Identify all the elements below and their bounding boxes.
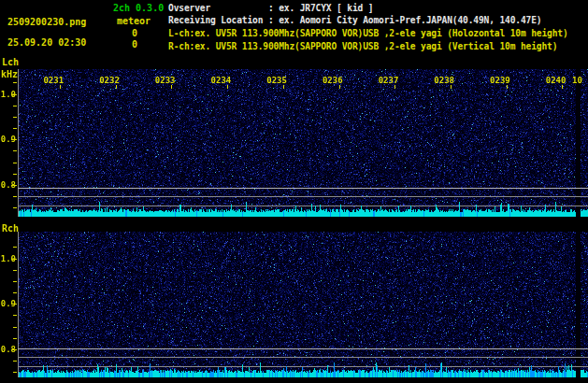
time-tick-label-partial: 10 [572, 76, 588, 85]
freq-minor-tick [13, 292, 17, 293]
freq-minor-tick [13, 372, 17, 373]
time-tick [283, 85, 284, 89]
freq-minor-tick [13, 247, 17, 248]
freq-minor-tick [13, 106, 17, 106]
time-tick [171, 85, 172, 89]
freq-major-tick [11, 94, 17, 95]
freq-minor-tick [13, 150, 17, 151]
time-tick [339, 85, 340, 89]
rch-rig-line: R-ch:ex. UV5R 113.900Mhz(SAPPORO VOR)USB… [168, 41, 557, 51]
freq-minor-tick [13, 281, 17, 282]
rch-spectrogram [18, 232, 588, 377]
time-tick-label: 0231 [40, 76, 66, 85]
freq-minor-tick [13, 338, 17, 339]
filename-label: 2509200230.png [7, 17, 86, 27]
freq-minor-tick [13, 196, 17, 197]
time-tick-label: 0237 [376, 76, 402, 85]
freq-major-tick [11, 139, 17, 140]
meteor-label: meteor [117, 16, 151, 26]
khz-unit-label: kHz [1, 69, 18, 79]
time-tick [451, 85, 452, 89]
freq-major-tick [11, 304, 17, 305]
lch-rig-line: L-ch:ex. UV5R 113.900Mhz(SAPPORO VOR)USB… [168, 28, 568, 38]
observer-line: Ovserver : ex. JR7CYX [ kid ] [168, 3, 373, 13]
freq-minor-tick [13, 117, 17, 118]
location-line: Receiving Location : ex. Aomori City Aom… [168, 15, 541, 25]
freq-minor-tick [13, 207, 17, 208]
time-tick-label: 0240 [543, 76, 569, 85]
freq-major-tick [11, 349, 17, 350]
time-tick-label: 0232 [96, 76, 122, 85]
time-tick [60, 85, 61, 89]
freq-minor-tick [13, 315, 17, 316]
time-tick-label: 0238 [431, 76, 457, 85]
time-tick [507, 85, 508, 89]
freq-major-tick [11, 185, 17, 186]
meteor-count-2: 0 [108, 39, 137, 50]
time-tick-label: 0234 [208, 76, 234, 85]
freq-minor-tick [13, 163, 17, 163]
time-tick [562, 85, 563, 89]
time-tick-label: 0239 [487, 76, 513, 85]
freq-minor-tick [13, 82, 17, 83]
hrofft-screen: 2ch 0.3.0 2509200230.png meteor 0 0 25.0… [0, 0, 588, 383]
time-tick [116, 85, 117, 89]
freq-major-tick [11, 259, 17, 260]
version-label: 2ch 0.3.0 [113, 3, 164, 13]
time-tick-label: 0233 [152, 76, 179, 85]
freq-minor-tick [13, 128, 17, 129]
rch-channel-label: Rch [2, 223, 19, 234]
lch-spectrogram [18, 69, 588, 217]
datetime-label: 25.09.20 02:30 [7, 37, 86, 48]
freq-minor-tick [13, 361, 17, 362]
time-tick-label: 0235 [264, 76, 290, 85]
time-tick [227, 85, 228, 89]
time-tick [394, 85, 395, 89]
freq-minor-tick [13, 174, 17, 175]
freq-minor-tick [13, 270, 17, 271]
meteor-count-1: 0 [108, 28, 137, 38]
time-tick-label: 0236 [320, 76, 346, 85]
lch-channel-label: Lch [2, 57, 19, 67]
freq-minor-tick [13, 327, 17, 328]
